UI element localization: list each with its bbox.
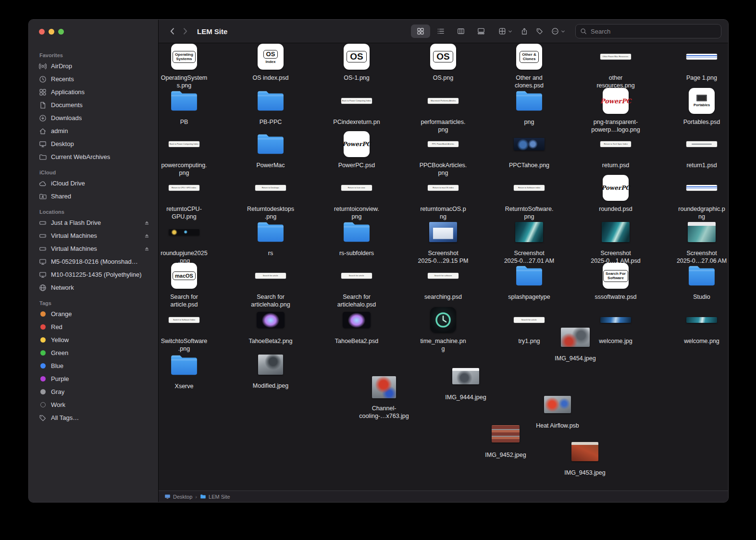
file-returntosoftware-png[interactable]: Return to Software indexReturntoSoftware… (497, 172, 561, 221)
file-pcindexreturn-pn[interactable]: Back to Power Computing IndexPCindexretu… (325, 85, 388, 126)
file-returntocpu-gpu-png[interactable]: Return to CPU / GPU indexreturntoCPU- GP… (159, 172, 216, 221)
file-search-for-articlehalo-png[interactable]: Search for articleSearch for articlehalo… (239, 260, 302, 308)
view-button-column-view[interactable] (451, 25, 471, 38)
sidebar-item-just-a-flash-drive[interactable]: Just a Flash Drive (34, 216, 153, 229)
file-ppctahoe-png[interactable]: PPCTahoe.png (497, 128, 561, 170)
file-return1-psd[interactable]: return1.psd (670, 128, 728, 170)
file-screenshot-2025-0-27-06-am[interactable]: Screenshot 2025-0…27.06 AM (670, 216, 728, 265)
file-screenshot-2025-0-27-01-am[interactable]: Screenshot 2025-0…27.01 AM (497, 216, 561, 265)
file-other-resources-png[interactable]: Other Power Mac Resourcesother resources… (584, 43, 647, 89)
sidebar-item-yellow[interactable]: Yellow (34, 333, 153, 346)
file-pb-ppc[interactable]: PB-PPC (239, 85, 302, 126)
file-png-transparent-powerp-logo-png[interactable]: PowerPCpng-transparent- powerp…logo.png (584, 85, 647, 134)
file-pb[interactable]: PB (159, 85, 216, 126)
file-os-1-png[interactable]: OSOS-1.png (325, 43, 388, 82)
file-sssoftwatre-psd[interactable]: Search ForSoftwaresssoftwatre.psd (584, 260, 647, 301)
file-studio[interactable]: Studio (670, 260, 728, 301)
view-button-icon-view[interactable] (411, 25, 430, 38)
file-portables-psd[interactable]: PortablesPortables.psd (670, 85, 728, 126)
sidebar-item-work[interactable]: Work (34, 398, 153, 411)
eject-icon[interactable] (144, 233, 149, 238)
file-rounded-psd[interactable]: PowerPCrounded.psd (584, 172, 647, 213)
forward-button[interactable] (179, 25, 191, 37)
sidebar-item-purple[interactable]: Purple (34, 372, 153, 385)
file-modified-jpeg[interactable]: Modified.jpeg (239, 349, 302, 390)
sidebar-item-virtual-machines[interactable]: Virtual Machines (34, 242, 153, 255)
sidebar-item-current-webarchives[interactable]: Current WebArchives (34, 150, 153, 163)
sidebar-item-all-tags[interactable]: All Tags… (34, 411, 153, 424)
file-img-9444-jpeg[interactable]: IMG_9444.jpeg (434, 360, 497, 402)
file-tahoebeta2-psd[interactable]: TahoeBeta2.psd (325, 304, 388, 345)
file-channel-cooling-x763-jpg[interactable]: Channel- cooling-…x763.jpg (352, 371, 416, 420)
sidebar-item-m5-052918-0216-moonshad[interactable]: M5-052918-0216 (Moonshad… (34, 255, 153, 268)
file-search-for-articlehalo-psd[interactable]: Search for articleSearch for articlehalo… (325, 260, 388, 308)
file-return-psd[interactable]: Return to Tech Spec Indexreturn.psd (584, 128, 647, 170)
sidebar-item-gray[interactable]: Gray (34, 385, 153, 398)
view-button-list-view[interactable] (431, 25, 450, 38)
file-time-machine-pn-g[interactable]: time_machine.pn g (411, 304, 475, 353)
close-button[interactable] (39, 29, 45, 35)
file-page-1-png[interactable]: Page 1.png (670, 43, 728, 82)
sidebar-item-blue[interactable]: Blue (34, 359, 153, 372)
file-switchtosoftware-png[interactable]: Switch to Software IndexSwitchtoSoftware… (159, 304, 216, 353)
sidebar-item-admin[interactable]: admin (34, 124, 153, 137)
file-powerpc-psd[interactable]: PowerPCPowerPC.psd (325, 128, 388, 170)
file-ppcbookarticles-png[interactable]: PPC PowerBook ArticlesPPCBookArticles. p… (411, 128, 475, 177)
file-png[interactable]: png (497, 85, 561, 126)
more-button[interactable] (551, 25, 566, 38)
search-field[interactable] (575, 24, 721, 38)
tag-button[interactable] (536, 25, 544, 38)
file-returntodesktops-png[interactable]: Return to DesktopsReturntodesktops .png (239, 172, 302, 221)
file-screenshot-2025-0-1-am-psd[interactable]: Screenshot 2025-0…1 AM.psd (584, 216, 647, 265)
file-xserve[interactable]: Xserve (159, 349, 216, 391)
file-splashpagetype[interactable]: splashpagetype (497, 260, 561, 301)
sidebar-item-airdrop[interactable]: AirDrop (34, 60, 153, 73)
view-button-gallery-view[interactable] (471, 25, 491, 38)
file-roundedgraphic-p-ng[interactable]: roundedgraphic.p ng (670, 172, 728, 221)
back-button[interactable] (166, 25, 179, 37)
sidebar-item-orange[interactable]: Orange (34, 307, 153, 320)
file-operatingsystem-s-png[interactable]: OperatingSystemsOperatingSystem s.png (159, 43, 216, 89)
file-tahoebeta2-png[interactable]: TahoeBeta2.png (239, 304, 302, 345)
file-searching-psd[interactable]: Search for softwaresearching.psd (411, 260, 475, 301)
file-os-png[interactable]: OSOS.png (411, 43, 475, 82)
sidebar-item-virtual-machines[interactable]: Virtual Machines (34, 229, 153, 242)
sidebar-item-downloads[interactable]: Downloads (34, 111, 153, 124)
group-button[interactable] (498, 25, 513, 38)
sidebar-item-icloud-drive[interactable]: iCloud Drive (34, 177, 153, 190)
file-returntomacos-p-ng[interactable]: Return to macOS indexreturntomacOS.p ng (411, 172, 475, 221)
sidebar-item-desktop[interactable]: Desktop (34, 137, 153, 150)
minimize-button[interactable] (49, 29, 54, 35)
file-other-and-clones-psd[interactable]: Other &ClonesOther and clones.psd (497, 43, 561, 89)
file-img-9453-jpeg[interactable]: IMG_9453.jpeg (553, 436, 617, 477)
sidebar-item-documents[interactable]: Documents (34, 98, 153, 111)
share-button[interactable] (521, 25, 528, 38)
eject-icon[interactable] (144, 246, 149, 251)
sidebar-item-green[interactable]: Green (34, 346, 153, 359)
file-search-for-article-psd[interactable]: macOSSearch for article.psd (159, 260, 216, 308)
file-screenshot-2025-0-29-15-pm[interactable]: Screenshot 2025-0…29.15 PM (411, 216, 475, 265)
search-input[interactable] (590, 27, 717, 36)
file-returntoiconview-png[interactable]: Return to Icon viewreturntoiconview. png (325, 172, 388, 221)
sidebar-item-m10-031225-1435-polyethyline[interactable]: M10-031225-1435 (Polyethyline) (34, 268, 153, 281)
breadcrumb-item-lem-site[interactable]: LEM Site (200, 493, 230, 500)
file-os-index-psd[interactable]: OSIndexOS index.psd (239, 43, 302, 82)
file-performaarticles-png[interactable]: Macintosh Performa Articlesperformaartic… (411, 85, 475, 134)
file-powermac[interactable]: PowerMac (239, 128, 302, 170)
sidebar-item-network[interactable]: Network (34, 281, 153, 294)
file-roundupjune2025-png[interactable]: roundupjune2025 .png (159, 216, 216, 265)
file-img-9452-jpeg[interactable]: IMG_9452.jpeg (474, 418, 537, 459)
breadcrumb-item-desktop[interactable]: Desktop (164, 493, 192, 500)
file-welcome-png[interactable]: welcome.png (670, 304, 728, 345)
sidebar-item-recents[interactable]: Recents (34, 73, 153, 86)
eject-icon[interactable] (144, 220, 149, 225)
file-rs-subfolders[interactable]: rs-subfolders (325, 216, 388, 258)
file-img-9454-jpeg[interactable]: IMG_9454.jpeg (544, 321, 607, 363)
sidebar-item-label: Applications (51, 88, 85, 96)
sidebar-item-applications[interactable]: Applications (34, 86, 153, 98)
sidebar-item-red[interactable]: Red (34, 320, 153, 333)
sidebar-item-shared[interactable]: Shared (34, 190, 153, 203)
file-powercomputing-png[interactable]: Back to Power Computing Indexpowercomput… (159, 128, 216, 177)
file-rs[interactable]: rs (239, 216, 302, 258)
zoom-button[interactable] (58, 29, 64, 35)
